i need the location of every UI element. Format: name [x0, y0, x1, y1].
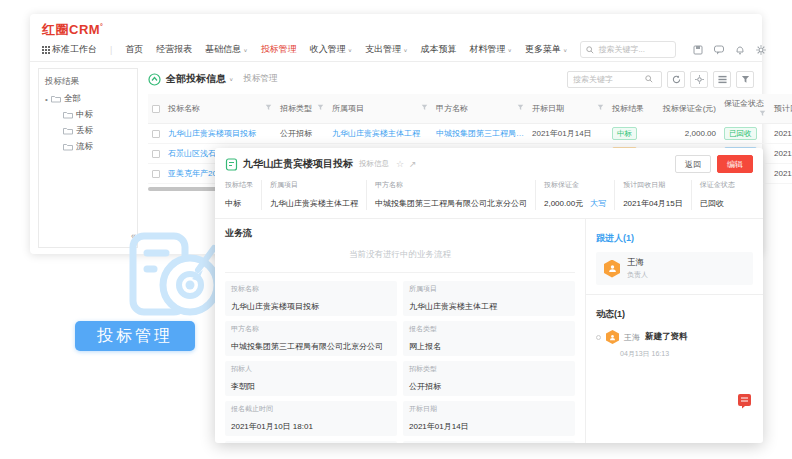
select-all-checkbox[interactable]	[152, 105, 160, 113]
open-folder-icon	[51, 95, 61, 103]
row-checkbox[interactable]	[152, 150, 160, 158]
field-handler: 经办人王海	[403, 441, 575, 443]
grid-icon	[42, 46, 50, 54]
deposit-cell: 2,000.00	[650, 124, 720, 144]
open-date-cell: 2021年01月14日	[528, 124, 608, 144]
project-link[interactable]: 九华山庄贵宾楼主体工程	[328, 124, 432, 144]
detail-side-area: 跟进人(1) 王海 负责人 动态(1) 王海 新建了资料 04月	[585, 219, 763, 443]
list-search[interactable]	[567, 71, 662, 88]
summary-return-date: 预计回收日期2021年04月15日	[614, 180, 691, 210]
return-date-cell: 2021年04月30日	[770, 144, 792, 164]
col-deposit[interactable]: 投标保证金(元)	[650, 94, 720, 124]
bid-name-link[interactable]: 九华山庄贵宾楼项目投标	[164, 124, 276, 144]
follower-section-title: 跟进人(1)	[596, 233, 634, 243]
nav-budget[interactable]: 成本预算	[421, 43, 457, 56]
tree-title: 投标结果	[45, 76, 131, 88]
settings-button[interactable]	[690, 71, 708, 88]
breadcrumb: 投标管理	[243, 73, 277, 85]
col-bid-name[interactable]: 投标名称	[164, 94, 276, 124]
project-link[interactable]: 九华山庄贵宾楼主体工程	[270, 199, 358, 208]
tree-node-all[interactable]: • 全部	[45, 93, 131, 105]
party-a-link[interactable]: 中城投集团第三工程局有限公司北京分公司	[231, 342, 383, 351]
timeline-dot	[596, 335, 601, 340]
list-search-input[interactable]	[573, 75, 645, 84]
field-party-a: 甲方名称中城投集团第三工程局有限公司北京分公司	[225, 321, 397, 356]
daxie-link[interactable]: 大写	[590, 199, 606, 208]
view-title[interactable]: 全部投标信息	[166, 72, 226, 86]
result-tree-sidebar: 投标结果 • 全部 中标 丢标 流标 «	[38, 68, 138, 248]
filter-icon[interactable]	[759, 110, 766, 117]
filter-icon	[741, 75, 750, 84]
activity-item[interactable]: 王海 新建了资料	[596, 330, 753, 344]
row-checkbox[interactable]	[152, 130, 160, 138]
col-party-a[interactable]: 甲方名称	[432, 94, 528, 124]
disk-icon[interactable]	[693, 45, 703, 55]
nav-label: 基础信息	[205, 43, 241, 56]
avatar	[606, 330, 619, 344]
col-deposit-status[interactable]: 保证金状态	[720, 94, 770, 124]
gear-icon[interactable]	[756, 45, 766, 55]
row-checkbox[interactable]	[152, 170, 160, 178]
chat-icon[interactable]	[714, 45, 724, 55]
edit-button[interactable]: 编辑	[717, 155, 753, 173]
nav-bid-management[interactable]: 投标管理	[261, 43, 297, 56]
nav-income[interactable]: 收入管理∨	[310, 43, 352, 56]
back-button[interactable]: 返回	[675, 155, 711, 173]
nav-label: 收入管理	[310, 43, 346, 56]
nav-label: 材料管理	[470, 43, 506, 56]
tree-node-aborted[interactable]: 流标	[63, 141, 131, 153]
deposit-status-cell: 已回收	[720, 124, 770, 144]
return-date-cell: 2021年04月15日	[770, 124, 792, 144]
tree-node-lost[interactable]: 丢标	[63, 125, 131, 137]
filter-icon[interactable]	[421, 104, 428, 111]
party-a-link[interactable]: 中城投集团第三工程局有限公司北京分公司	[375, 199, 527, 208]
party-a-link[interactable]: 中城投集团第三工程局有...	[432, 124, 528, 144]
follower-role: 负责人	[627, 270, 648, 280]
chevron-down-icon[interactable]: ∨	[229, 76, 233, 82]
nav-more-menu[interactable]: 更多菜单∨	[525, 43, 567, 56]
nav-home[interactable]: 首页	[125, 43, 143, 56]
global-search-input[interactable]	[598, 45, 668, 54]
nav-reports[interactable]: 经营报表	[156, 43, 192, 56]
col-project[interactable]: 所属项目	[328, 94, 432, 124]
field-tenderer: 招标人李朝阳	[225, 361, 397, 396]
share-icon[interactable]: ↗	[409, 159, 417, 169]
columns-icon	[718, 75, 727, 84]
nav-expense[interactable]: 支出管理∨	[365, 43, 407, 56]
col-return-date[interactable]: 预计回收日期	[770, 94, 792, 124]
folder-icon	[63, 143, 73, 151]
bid-watermark-icon	[128, 224, 220, 324]
table-row[interactable]: 九华山庄贵宾楼项目投标 公开招标 九华山庄贵宾楼主体工程 中城投集团第三工程局有…	[148, 124, 792, 144]
col-bid-type[interactable]: 招标类型	[276, 94, 328, 124]
columns-button[interactable]	[713, 71, 731, 88]
nav-basic-info[interactable]: 基础信息∨	[205, 43, 247, 56]
star-icon[interactable]: ☆	[396, 159, 404, 169]
filter-icon[interactable]	[597, 104, 604, 111]
summary-deposit-status: 保证金状态已回收	[691, 180, 743, 210]
col-open-date[interactable]: 开标日期	[528, 94, 608, 124]
nav-workbench[interactable]: 标准工作台	[42, 43, 97, 56]
detail-title: 九华山庄贵宾楼项目投标	[243, 157, 353, 171]
filter-icon[interactable]	[317, 104, 324, 111]
divider	[586, 294, 763, 295]
refresh-button[interactable]	[667, 71, 685, 88]
bid-type-cell: 公开招标	[276, 124, 328, 144]
result-badge: 中标	[612, 127, 637, 140]
filter-icon[interactable]	[517, 104, 524, 111]
follower-name: 王海	[627, 257, 648, 269]
view-switch-icon[interactable]	[148, 73, 161, 86]
global-search[interactable]	[580, 41, 676, 58]
col-result[interactable]: 投标结果	[608, 94, 650, 124]
nav-materials[interactable]: 材料管理∨	[470, 43, 512, 56]
record-widget-icon[interactable]	[737, 393, 752, 413]
bell-icon[interactable]	[735, 45, 745, 55]
logo-row: 红圈CRM°	[30, 14, 762, 38]
project-link[interactable]: 九华山庄贵宾楼主体工程	[409, 302, 497, 311]
follower-card[interactable]: 王海 负责人	[596, 252, 753, 285]
filter-button[interactable]	[736, 71, 754, 88]
bid-doc-icon	[225, 158, 238, 171]
gear-icon	[695, 75, 704, 84]
filter-icon[interactable]	[265, 104, 272, 111]
folder-icon	[63, 127, 73, 135]
tree-node-won[interactable]: 中标	[63, 109, 131, 121]
